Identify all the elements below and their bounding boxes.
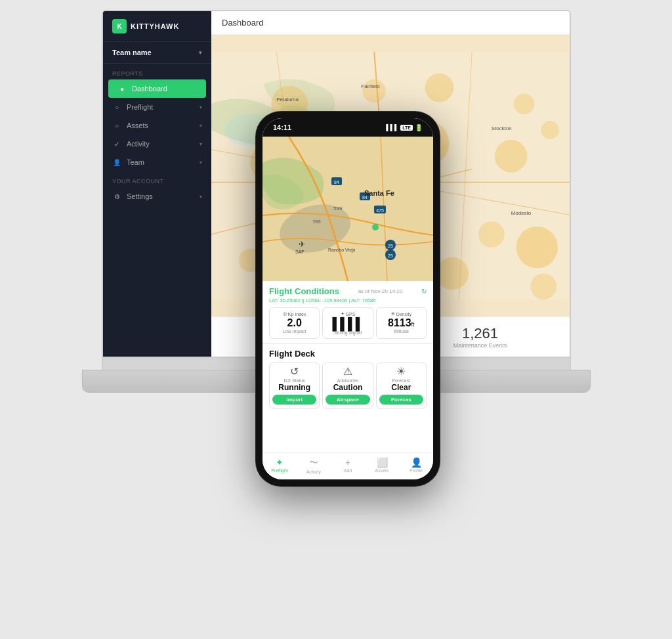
team-icon: 👤 xyxy=(112,158,121,167)
preflight-chevron-icon: ▾ xyxy=(200,104,202,110)
dji-label: DJI Status xyxy=(272,378,316,383)
svg-point-15 xyxy=(495,140,528,173)
kp-sub: Low Impact xyxy=(274,329,315,334)
profile-nav-label: Profile xyxy=(410,468,423,473)
gps-icon: ✦ xyxy=(341,311,345,317)
preflight-nav-label: Preflight xyxy=(271,468,288,473)
nav-item-add[interactable]: + Add xyxy=(331,457,365,474)
team-chevron-icon-nav: ▾ xyxy=(200,160,202,165)
signal-icon: ▌▌▌ xyxy=(386,124,398,131)
phone-notch xyxy=(328,118,368,127)
svg-point-11 xyxy=(514,93,535,114)
team-chevron-icon: ▾ xyxy=(199,49,202,56)
fc-title: Flight Conditions xyxy=(269,286,339,296)
svg-text:475: 475 xyxy=(376,208,384,213)
phone-status-bar: 14:11 ▌▌▌ LTE 🔋 xyxy=(262,118,433,137)
phone-status-icons: ▌▌▌ LTE 🔋 xyxy=(386,124,423,131)
kp-label-row: ◎ Kp Index xyxy=(274,311,315,317)
svg-point-9 xyxy=(362,79,386,103)
svg-text:84: 84 xyxy=(334,180,339,185)
sidebar-item-team[interactable]: 👤 Team ▾ xyxy=(103,153,211,171)
advisories-value: Caution xyxy=(326,383,369,392)
svg-text:Stockton: Stockton xyxy=(492,125,512,131)
sidebar: K KITTYHAWK Team name ▾ Reports ● Dashbo… xyxy=(103,11,211,357)
sidebar-logo: K KITTYHAWK xyxy=(103,11,211,42)
density-label-row: ⊕ Density xyxy=(381,311,422,317)
sidebar-item-settings[interactable]: ⚙ Settings ▾ xyxy=(103,187,211,206)
svg-text:Santa Fe: Santa Fe xyxy=(364,189,394,197)
forecast-button[interactable]: Forecas xyxy=(379,395,423,405)
fd-title: Flight Deck xyxy=(269,349,427,359)
forecast-value: Clear xyxy=(379,383,423,392)
svg-text:599: 599 xyxy=(313,219,321,224)
fc-header: Flight Conditions as of Nov-20 14:10 ↻ xyxy=(269,286,427,296)
team-name: Team name xyxy=(112,49,152,56)
density-icon: ⊕ xyxy=(391,311,395,317)
nav-item-profile[interactable]: 👤 Profile xyxy=(399,457,433,474)
sidebar-item-preflight[interactable]: ○ Preflight ▾ xyxy=(103,98,211,116)
sidebar-item-assets[interactable]: ○ Assets ▾ xyxy=(103,116,211,135)
advisories-icon: ⚠ xyxy=(326,366,369,377)
add-nav-icon: + xyxy=(331,457,365,468)
fd-card-advisories: ⚠ Advisories Caution Airspace xyxy=(322,363,373,408)
gps-sub: Strong Signal xyxy=(327,330,368,335)
activity-label: Activity xyxy=(127,140,150,148)
team-label: Team xyxy=(127,158,144,166)
nav-item-activity[interactable]: 〜 Activity xyxy=(297,457,331,474)
sidebar-item-dashboard[interactable]: ● Dashboard xyxy=(108,79,206,98)
preflight-icon: ○ xyxy=(112,102,121,112)
svg-text:Petaluma: Petaluma xyxy=(276,97,299,102)
flight-deck: Flight Deck ↺ DJI Status Running Import … xyxy=(262,343,433,412)
svg-point-19 xyxy=(478,221,505,248)
assets-nav-icon: ⬜ xyxy=(365,457,399,468)
assets-chevron-icon: ▾ xyxy=(200,123,202,129)
fd-cards: ↺ DJI Status Running Import ⚠ Advisories… xyxy=(269,363,427,408)
svg-point-52 xyxy=(372,224,379,231)
dashboard-label: Dashboard xyxy=(132,85,167,93)
page-title: Dashboard xyxy=(211,11,570,35)
battery-icon: 🔋 xyxy=(415,124,423,131)
airspace-button[interactable]: Airspace xyxy=(326,395,369,405)
svg-point-10 xyxy=(425,74,454,102)
preflight-label: Preflight xyxy=(127,103,153,111)
kp-label: Kp Index xyxy=(288,312,306,317)
fc-metric-kp: ◎ Kp Index 2.0 Low Impact xyxy=(269,307,320,339)
gps-label: GPS xyxy=(346,312,356,317)
fc-metric-density: ⊕ Density 8113ft Altitude xyxy=(376,307,427,339)
activity-nav-label: Activity xyxy=(306,470,321,474)
phone-time: 14:11 xyxy=(273,123,291,131)
density-sub: Altitude xyxy=(381,329,422,334)
activity-nav-icon: 〜 xyxy=(297,457,331,469)
fc-coords: LAT: 35.65062 || LONG: -105.93406 | ALT:… xyxy=(269,297,427,303)
nav-item-preflight[interactable]: ✦ Preflight xyxy=(262,457,297,474)
team-selector[interactable]: Team name ▾ xyxy=(103,42,211,64)
profile-nav-icon: 👤 xyxy=(399,457,433,468)
nav-item-assets[interactable]: ⬜ Assets xyxy=(365,457,399,474)
phone-nav: ✦ Preflight 〜 Activity + Add ⬜ Assets xyxy=(262,452,433,479)
advisories-label: Advisories xyxy=(326,378,369,383)
import-button[interactable]: Import xyxy=(272,395,316,405)
gps-label-row: ✦ GPS xyxy=(327,311,368,317)
settings-chevron-icon: ▾ xyxy=(200,194,202,200)
kp-icon: ◎ xyxy=(283,311,287,317)
svg-text:Modesto: Modesto xyxy=(511,210,532,216)
forecast-label: Forecast xyxy=(379,378,423,383)
phone-map: 84 84 475 599 599 Santa Fe Rancho Viejo xyxy=(262,137,433,281)
dji-value: Running xyxy=(272,383,316,392)
svg-point-16 xyxy=(541,121,559,139)
lte-badge: LTE xyxy=(400,125,413,131)
fc-refresh-icon[interactable]: ↻ xyxy=(421,288,427,295)
dji-icon: ↺ xyxy=(272,366,316,377)
phone-screen: 14:11 ▌▌▌ LTE 🔋 xyxy=(262,118,433,479)
assets-label: Assets xyxy=(127,121,148,129)
fd-card-forecast: ☀ Forecast Clear Forecas xyxy=(376,363,427,408)
forecast-icon: ☀ xyxy=(379,366,423,377)
dashboard-icon: ● xyxy=(117,84,127,93)
fd-card-dji: ↺ DJI Status Running Import xyxy=(269,363,320,408)
gps-value: ▌▌▌▌ xyxy=(327,318,368,330)
density-value: 8113ft xyxy=(381,318,422,328)
activity-icon: ✓ xyxy=(112,139,121,148)
add-nav-label: Add xyxy=(344,468,352,473)
sidebar-item-activity[interactable]: ✓ Activity ▾ xyxy=(103,135,211,153)
assets-icon: ○ xyxy=(112,121,121,130)
